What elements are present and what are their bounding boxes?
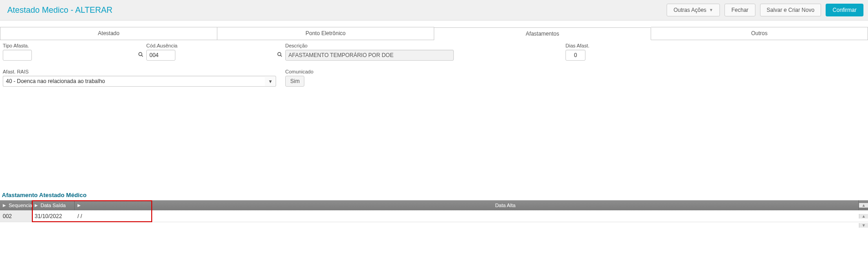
cell-sequencia: 002: [0, 210, 32, 222]
afast-rais-input[interactable]: [3, 76, 265, 87]
cod-ausencia-label: Cód.Ausência: [146, 43, 285, 48]
page-title: Atestado Medico - ALTERAR: [5, 5, 113, 15]
column-sequencia-label: Sequencia: [9, 203, 32, 208]
column-data-alta-label: Data Alta: [495, 203, 516, 208]
svg-point-2: [278, 52, 281, 56]
cell-data-alta[interactable]: / /: [75, 210, 152, 222]
save-and-new-label: Salvar e Criar Novo: [767, 7, 815, 13]
header-actions: Outras Ações ▼ Fechar Salvar e Criar Nov…: [667, 4, 863, 16]
comunicado-toggle[interactable]: Sim: [285, 76, 304, 87]
descricao-label: Descrição: [285, 43, 565, 48]
afast-rais-label: Afast. RAIS: [3, 69, 285, 74]
search-icon[interactable]: [277, 52, 282, 59]
field-cod-ausencia: Cód.Ausência: [146, 43, 285, 61]
tab-outros[interactable]: Outros: [651, 27, 868, 40]
tipo-afasta-input[interactable]: [3, 50, 32, 61]
scroll-down-button[interactable]: ▲: [859, 214, 868, 219]
confirm-label: Confirmar: [832, 7, 857, 13]
grid-footer: ▼: [0, 222, 868, 229]
tab-ponto-eletronico[interactable]: Ponto Eletrônico: [217, 27, 434, 40]
chevron-down-icon[interactable]: ▼: [265, 76, 276, 87]
field-comunicado: Comunicado Sim: [285, 69, 313, 87]
tab-afastamentos[interactable]: Afastamentos: [434, 27, 651, 40]
column-data-saida-label: Data Saída: [41, 203, 66, 208]
other-actions-label: Outras Ações: [673, 7, 706, 13]
scroll-up-button[interactable]: ▲: [859, 203, 868, 208]
cod-ausencia-input[interactable]: [146, 50, 175, 61]
svg-line-1: [142, 55, 143, 57]
dias-afast-label: Dias Afast.: [565, 43, 590, 48]
column-data-alta[interactable]: Data Alta: [152, 200, 859, 210]
chevron-right-icon: ▶: [77, 203, 81, 208]
cell-data-saida[interactable]: 31/10/2022: [32, 210, 75, 222]
chevron-right-icon: ▶: [3, 203, 6, 208]
confirm-button[interactable]: Confirmar: [826, 4, 863, 16]
page-header: Atestado Medico - ALTERAR Outras Ações ▼…: [0, 0, 868, 21]
chevron-right-icon: ▶: [35, 203, 38, 208]
grid: ▶ Sequencia ▶ Data Saída ▶ Data Alta ▲ 0…: [0, 200, 868, 229]
tab-bar: Atestado Ponto Eletrônico Afastamentos O…: [0, 27, 868, 40]
form-row-1: Tipo Afasta. Cód.Ausência Descrição Dias…: [0, 40, 868, 61]
chevron-down-icon: ▼: [709, 8, 713, 12]
field-afast-rais: Afast. RAIS ▼: [3, 69, 285, 87]
close-button[interactable]: Fechar: [724, 4, 755, 16]
table-row[interactable]: 002 31/10/2022 / / ▲: [0, 210, 868, 222]
search-icon[interactable]: [138, 52, 144, 59]
triangle-up-icon: ▲: [862, 203, 866, 208]
svg-line-3: [281, 55, 282, 57]
column-data-saida[interactable]: ▶ Data Saída: [32, 200, 75, 210]
field-descricao: Descrição: [285, 43, 565, 61]
column-sequencia[interactable]: ▶ Sequencia: [0, 200, 32, 210]
cell-empty: [152, 210, 859, 222]
field-dias-afast: Dias Afast.: [565, 43, 590, 61]
scroll-down-button[interactable]: ▼: [859, 223, 868, 228]
comunicado-label: Comunicado: [285, 69, 313, 74]
field-tipo-afasta: Tipo Afasta.: [3, 43, 146, 61]
column-spacer: ▶: [75, 200, 152, 210]
tipo-afasta-label: Tipo Afasta.: [3, 43, 146, 48]
svg-point-0: [139, 52, 142, 56]
other-actions-button[interactable]: Outras Ações ▼: [667, 4, 720, 16]
grid-section-title: Afastamento Atestado Médico: [0, 192, 868, 200]
triangle-down-icon: ▲: [862, 214, 866, 219]
close-label: Fechar: [731, 7, 748, 13]
afast-rais-select[interactable]: ▼: [3, 76, 276, 87]
triangle-down-icon: ▼: [862, 223, 866, 228]
form-row-2: Afast. RAIS ▼ Comunicado Sim: [0, 66, 868, 87]
descricao-input: [285, 50, 454, 61]
tab-atestado[interactable]: Atestado: [0, 27, 217, 40]
dias-afast-input[interactable]: [565, 50, 586, 61]
grid-header: ▶ Sequencia ▶ Data Saída ▶ Data Alta ▲: [0, 200, 868, 210]
save-and-new-button[interactable]: Salvar e Criar Novo: [760, 4, 822, 16]
